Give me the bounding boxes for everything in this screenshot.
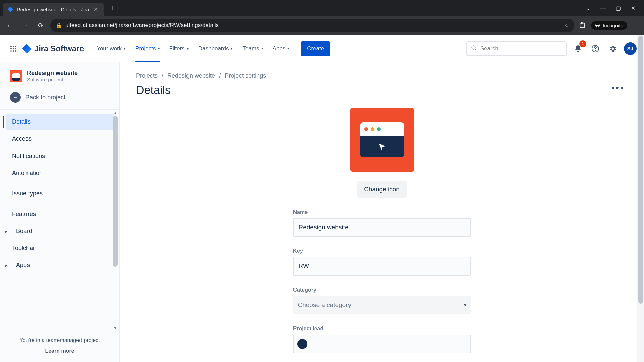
window-controls: ⌄ ― ▢ ✕ [586, 5, 641, 11]
svg-point-14 [595, 50, 596, 51]
page-scrollbar[interactable] [637, 35, 644, 362]
project-icon-preview [350, 108, 414, 172]
new-tab-button[interactable]: + [108, 2, 118, 14]
divider [0, 109, 119, 110]
category-placeholder: Choose a category [298, 301, 352, 309]
sidebar-item-automation[interactable]: Automation [6, 165, 114, 181]
sidebar-item-notifications[interactable]: Notifications [6, 148, 114, 164]
bookmark-icon[interactable]: ☆ [564, 22, 569, 29]
nav-filters[interactable]: Filters▾ [165, 35, 194, 62]
key-input[interactable] [293, 257, 471, 276]
product-name: Jira Software [34, 44, 84, 53]
project-header[interactable]: Redesign website Software project [0, 62, 119, 87]
breadcrumb-separator: / [219, 72, 221, 79]
details-form: Change icon Name Key Category Choose a c… [293, 108, 471, 353]
sidebar-item-access[interactable]: Access [6, 131, 114, 147]
name-input[interactable] [293, 218, 471, 237]
maximize-icon[interactable]: ▢ [616, 5, 621, 11]
learn-more-link[interactable]: Learn more [7, 348, 113, 354]
project-name: Redesign website [27, 70, 78, 77]
chrome-menu-icon[interactable]: ⋮ [632, 22, 640, 29]
key-label: Key [293, 248, 471, 254]
close-window-icon[interactable]: ✕ [631, 5, 635, 11]
project-lead-select[interactable] [293, 335, 471, 353]
sidebar-item-board[interactable]: ▸Board [6, 223, 114, 239]
sidebar-item-label: Board [16, 228, 32, 235]
breadcrumb-separator: / [162, 72, 163, 79]
sidebar-item-toolchain[interactable]: Toolchain [6, 240, 114, 256]
chevron-down-icon: ▾ [261, 46, 263, 51]
sidebar-item-label: Access [12, 135, 32, 142]
back-icon[interactable]: ← [4, 20, 15, 31]
nav-label: Your work [97, 45, 122, 52]
chevron-down-icon: ▾ [187, 46, 189, 51]
incognito-badge[interactable]: 🕶 Incognito [591, 21, 627, 30]
breadcrumb-projects[interactable]: Projects [136, 72, 158, 79]
chevron-right-icon[interactable]: ▸ [5, 229, 8, 234]
more-actions-icon[interactable]: ••• [608, 81, 628, 95]
scroll-thumb[interactable] [113, 116, 118, 267]
svg-point-3 [13, 46, 14, 47]
change-icon-button[interactable]: Change icon [357, 181, 407, 198]
sidebar-item-issue-types[interactable]: Issue types [6, 185, 114, 202]
tabs-menu-icon[interactable]: ⌄ [586, 5, 590, 11]
footer-info: You're in a team-managed project [7, 337, 113, 343]
nav-apps[interactable]: Apps▾ [268, 35, 294, 62]
svg-point-5 [10, 48, 12, 49]
app-body: Redesign website Software project ← Back… [0, 62, 644, 362]
scroll-down-icon[interactable]: ▼ [112, 325, 119, 331]
page-scroll-thumb[interactable] [638, 36, 643, 304]
nav-your-work[interactable]: Your work▾ [92, 35, 130, 62]
gear-icon [609, 45, 617, 53]
help-button[interactable] [589, 42, 602, 55]
sidebar-item-label: Apps [16, 262, 30, 269]
close-tab-icon[interactable]: ✕ [92, 6, 99, 13]
back-to-project[interactable]: ← Back to project [0, 87, 119, 109]
notifications-button[interactable]: 1 [572, 42, 584, 55]
cursor-icon [360, 136, 404, 157]
sidebar-item-details[interactable]: Details [6, 114, 114, 130]
search-input[interactable] [480, 45, 562, 52]
url-text: uifeed.atlassian.net/jira/software/proje… [65, 22, 219, 29]
sidebar-item-label: Details [12, 118, 31, 125]
sidebar-item-apps[interactable]: ▸Apps [6, 257, 114, 274]
jira-logo-icon [22, 44, 32, 53]
sidebar-item-features[interactable]: Features [6, 206, 114, 222]
address-row: ← → ⟳ 🔒 uifeed.atlassian.net/jira/softwa… [0, 16, 644, 35]
sidebar-scrollbar[interactable]: ▲ ▼ [112, 110, 119, 331]
create-button[interactable]: Create [301, 41, 330, 56]
svg-point-2 [10, 46, 12, 47]
profile-avatar[interactable]: SJ [624, 42, 637, 55]
nav-dashboards[interactable]: Dashboards▾ [194, 35, 238, 62]
breadcrumb-project[interactable]: Redesign website [167, 72, 215, 79]
svg-point-10 [15, 50, 16, 52]
browser-tab[interactable]: Redesign website - Details - Jira ✕ [3, 3, 104, 16]
chevron-right-icon[interactable]: ▸ [5, 263, 8, 268]
minimize-icon[interactable]: ― [600, 5, 606, 11]
scroll-up-icon[interactable]: ▲ [112, 110, 119, 116]
reload-icon[interactable]: ⟳ [35, 20, 46, 31]
chevron-down-icon: ▾ [231, 46, 233, 51]
sidebar-item-label: Automation [12, 170, 43, 177]
category-select[interactable]: Choose a category ▾ [293, 296, 471, 314]
scroll-track[interactable] [113, 116, 118, 325]
lock-icon[interactable]: 🔒 [56, 22, 62, 28]
breadcrumb-settings[interactable]: Project settings [225, 72, 266, 79]
extensions-icon[interactable] [578, 22, 586, 29]
breadcrumb: Projects / Redesign website / Project se… [136, 72, 628, 79]
settings-button[interactable] [606, 42, 619, 55]
svg-point-8 [10, 50, 12, 52]
sidebar-item-label: Issue types [12, 190, 43, 197]
back-label: Back to project [25, 94, 65, 101]
nav-projects[interactable]: Projects▾ [130, 35, 164, 62]
tab-title: Redesign website - Details - Jira [17, 7, 89, 12]
app-switcher-icon[interactable] [7, 43, 19, 55]
search-icon [471, 45, 477, 52]
search-box[interactable] [466, 41, 567, 56]
product-logo[interactable]: Jira Software [22, 44, 84, 53]
address-bar[interactable]: 🔒 uifeed.atlassian.net/jira/software/pro… [50, 19, 574, 32]
nav-teams[interactable]: Teams▾ [237, 35, 268, 62]
nav-label: Teams [242, 45, 259, 52]
sidebar: Redesign website Software project ← Back… [0, 62, 120, 362]
nav-label: Dashboards [198, 45, 229, 52]
